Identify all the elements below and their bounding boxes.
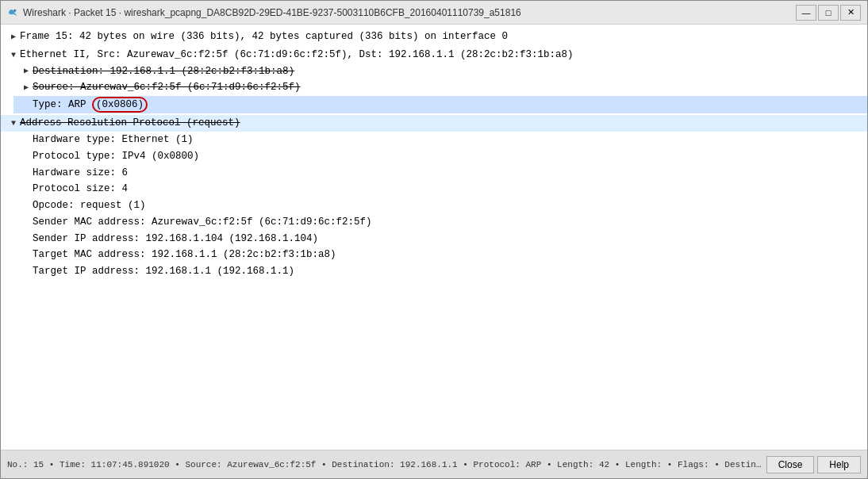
frame-text: Frame 15: 42 bytes on wire (336 bits), 4…	[20, 29, 508, 44]
hw-type-row[interactable]: Hardware type: Ethernet (1)	[13, 132, 867, 148]
type-expander	[20, 98, 33, 111]
hw-size-text: Hardware size: 6	[33, 166, 128, 181]
sender-mac-text: Sender MAC address: Azurewav_6c:f2:5f (6…	[33, 215, 372, 230]
titlebar-controls: — □ ✕	[796, 5, 861, 21]
ethernet-expander[interactable]: ▼	[7, 48, 20, 61]
titlebar-left: Wireshark · Packet 15 · wireshark_pcapng…	[7, 7, 521, 18]
arp-expander[interactable]: ▼	[7, 117, 20, 130]
target-mac-row[interactable]: Target MAC address: 192.168.1.1 (28:2c:b…	[13, 247, 867, 263]
titlebar-title: Wireshark · Packet 15 · wireshark_pcapng…	[23, 7, 521, 18]
target-ip-expander	[20, 265, 33, 278]
hw-type-text: Hardware type: Ethernet (1)	[33, 132, 194, 148]
sender-mac-row[interactable]: Sender MAC address: Azurewav_6c:f2:5f (6…	[13, 214, 867, 231]
destination-text: Destination: 192.168.1.1 (28:2c:b2:f3:1b…	[33, 64, 294, 79]
type-value: (0x0806)	[92, 97, 148, 113]
status-text: No.: 15 • Time: 11:07:45.891020 • Source…	[7, 460, 766, 469]
maximize-button[interactable]: □	[818, 5, 839, 21]
ethernet-text: Ethernet II, Src: Azurewav_6c:f2:5f (6c:…	[20, 48, 574, 63]
minimize-button[interactable]: —	[796, 5, 816, 21]
frame-expander[interactable]: ▶	[7, 30, 20, 43]
sender-ip-expander	[20, 232, 33, 245]
wireshark-icon	[7, 7, 18, 18]
packet-detail-panel[interactable]: ▶ Frame 15: 42 bytes on wire (336 bits),…	[1, 25, 867, 450]
ethernet-tree-item[interactable]: ▼ Ethernet II, Src: Azurewav_6c:f2:5f (6…	[1, 46, 867, 115]
destination-expander[interactable]: ▶	[20, 65, 33, 78]
sender-ip-text: Sender IP address: 192.168.1.104 (192.16…	[33, 232, 318, 247]
status-bar: No.: 15 • Time: 11:07:45.891020 • Source…	[1, 450, 867, 478]
close-button[interactable]: Close	[766, 456, 815, 473]
hw-size-expander	[20, 167, 33, 179]
wireshark-window: Wireshark · Packet 15 · wireshark_pcapng…	[0, 0, 868, 479]
opcode-text: Opcode: request (1)	[33, 198, 146, 213]
content-area: ▶ Frame 15: 42 bytes on wire (336 bits),…	[1, 25, 867, 450]
proto-type-row[interactable]: Protocol type: IPv4 (0x0800)	[13, 148, 867, 165]
ethernet-row[interactable]: ▼ Ethernet II, Src: Azurewav_6c:f2:5f (6…	[1, 47, 867, 63]
arp-row[interactable]: ▼ Address Resolution Protocol (request)	[1, 115, 867, 132]
target-mac-text: Target MAC address: 192.168.1.1 (28:2c:b…	[33, 247, 336, 262]
svg-point-0	[14, 9, 16, 10]
proto-size-text: Protocol size: 4	[33, 182, 128, 197]
opcode-row[interactable]: Opcode: request (1)	[13, 197, 867, 214]
proto-type-expander	[20, 150, 33, 163]
proto-size-expander	[20, 183, 33, 196]
help-button[interactable]: Help	[817, 456, 861, 473]
status-buttons: Close Help	[766, 456, 861, 473]
titlebar: Wireshark · Packet 15 · wireshark_pcapng…	[1, 1, 867, 25]
destination-row[interactable]: ▶ Destination: 192.168.1.1 (28:2c:b2:f3:…	[13, 63, 867, 80]
type-text: Type: ARP (0x0806)	[33, 97, 148, 113]
frame-row[interactable]: ▶ Frame 15: 42 bytes on wire (336 bits),…	[1, 29, 867, 45]
proto-size-row[interactable]: Protocol size: 4	[13, 181, 867, 197]
source-expander[interactable]: ▶	[20, 82, 33, 94]
type-prefix: Type: ARP	[33, 99, 92, 110]
opcode-expander	[20, 199, 33, 212]
target-ip-text: Target IP address: 192.168.1.1 (192.168.…	[33, 264, 294, 279]
window-close-button[interactable]: ✕	[840, 5, 861, 21]
source-text: Source: Azurewav_6c:f2:5f (6c:71:d9:6c:f…	[33, 80, 301, 95]
sender-ip-row[interactable]: Sender IP address: 192.168.1.104 (192.16…	[13, 231, 867, 247]
proto-type-text: Protocol type: IPv4 (0x0800)	[33, 149, 199, 164]
arp-tree-item[interactable]: ▼ Address Resolution Protocol (request) …	[1, 114, 867, 281]
hw-size-row[interactable]: Hardware size: 6	[13, 165, 867, 182]
sender-mac-expander	[20, 216, 33, 228]
target-ip-row[interactable]: Target IP address: 192.168.1.1 (192.168.…	[13, 263, 867, 280]
source-row[interactable]: ▶ Source: Azurewav_6c:f2:5f (6c:71:d9:6c…	[13, 79, 867, 96]
hw-type-expander	[20, 133, 33, 146]
frame-tree-item[interactable]: ▶ Frame 15: 42 bytes on wire (336 bits),…	[1, 28, 867, 46]
type-row[interactable]: Type: ARP (0x0806)	[13, 96, 867, 113]
arp-text: Address Resolution Protocol (request)	[20, 116, 240, 131]
target-mac-expander	[20, 249, 33, 262]
